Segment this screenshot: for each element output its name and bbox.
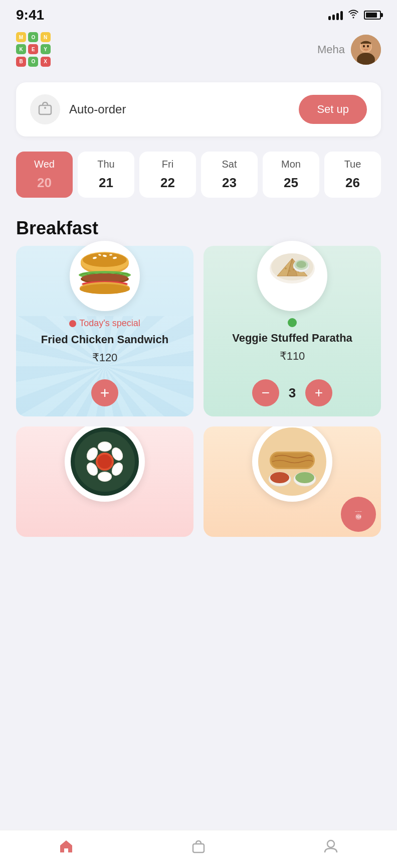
day-number-fri: 22 (144, 175, 191, 191)
header: M O N K E Y B O X Meha (0, 27, 397, 77)
veg-dot (288, 318, 297, 327)
decrease-paratha-button[interactable]: − (252, 379, 279, 406)
food-price-sandwich: ₹120 (92, 351, 118, 364)
quantity-control-paratha: − 3 + (252, 379, 332, 406)
nav-item-profile[interactable] (323, 838, 339, 858)
status-bar: 9:41 (0, 0, 397, 27)
logo-cell-e: E (28, 44, 38, 54)
shopping-bag-icon (37, 99, 54, 120)
day-card-wed[interactable]: Wed 20 (16, 152, 73, 198)
svg-point-56 (295, 472, 314, 483)
logo-cell-n: N (41, 32, 51, 42)
food-grid-bottom: ~~~ 🍽 (0, 426, 397, 537)
status-icons (328, 10, 381, 21)
svg-point-7 (44, 107, 46, 109)
auto-order-left: Auto-order (30, 94, 126, 124)
day-card-fri[interactable]: Fri 22 (139, 152, 196, 198)
logo-cell-o: O (28, 32, 38, 42)
profile-nav-icon (323, 838, 339, 858)
svg-point-31 (289, 270, 291, 272)
logo-cell-o2: O (28, 57, 38, 67)
svg-point-33 (298, 271, 299, 273)
svg-rect-61 (193, 844, 204, 852)
food-price-paratha: ₹110 (280, 350, 305, 363)
day-card-sat[interactable]: Sat 23 (201, 152, 258, 198)
logo-cell-b: B (16, 57, 26, 67)
auto-order-label: Auto-order (69, 102, 126, 116)
svg-text:~~~: ~~~ (355, 509, 362, 514)
day-name-mon: Mon (268, 159, 314, 170)
food-image-sandwich (70, 241, 140, 311)
section-title-breakfast: Breakfast (0, 208, 397, 246)
svg-point-49 (98, 455, 112, 469)
battery-icon (364, 11, 381, 20)
svg-point-43 (99, 473, 111, 481)
food-card-paratha: Veggie Stuffed Paratha ₹110 − 3 + (204, 246, 381, 416)
svg-point-54 (270, 472, 289, 483)
svg-rect-6 (39, 105, 51, 114)
day-name-fri: Fri (144, 159, 191, 170)
food-card-dosa: ~~~ 🍽 (204, 426, 381, 537)
special-badge: Today's special (69, 318, 140, 329)
svg-point-21 (80, 284, 130, 294)
svg-point-30 (285, 267, 287, 269)
auto-order-card: Auto-order Set up (16, 82, 381, 136)
bottom-nav (0, 830, 397, 868)
food-card-chicken-sandwich: Today's special Fried Chicken Sandwich ₹… (16, 246, 193, 416)
logo-cell-y: Y (41, 44, 51, 54)
special-dot-red (69, 320, 76, 327)
hot-badge[interactable]: ~~~ 🍽 (341, 497, 376, 532)
svg-point-4 (363, 45, 365, 48)
svg-point-62 (327, 840, 334, 847)
phone-frame: 9:41 M O (0, 0, 397, 868)
day-name-wed: Wed (21, 159, 68, 170)
day-card-tue[interactable]: Tue 26 (324, 152, 381, 198)
user-section[interactable]: Meha (317, 35, 381, 65)
day-number-mon: 25 (268, 175, 314, 191)
svg-point-29 (296, 261, 306, 268)
logo-cell-m: M (16, 32, 26, 42)
nav-item-orders[interactable] (190, 838, 207, 858)
logo-cell-x: X (41, 57, 51, 67)
quantity-paratha: 3 (287, 385, 297, 401)
bag-nav-icon (190, 838, 207, 858)
signal-icon (328, 10, 343, 20)
food-name-paratha: Veggie Stuffed Paratha (232, 331, 352, 346)
veg-dot-container (288, 318, 297, 327)
food-image-paratha (257, 241, 327, 311)
app-logo: M O N K E Y B O X (16, 32, 51, 67)
bag-icon-circle (30, 94, 60, 124)
add-sandwich-button[interactable]: + (91, 379, 118, 406)
day-name-sat: Sat (206, 159, 253, 170)
day-card-thu[interactable]: Thu 21 (78, 152, 134, 198)
logo-cell-k: K (16, 44, 26, 54)
day-selector: Wed 20 Thu 21 Fri 22 Sat 23 Mon 25 Tue 2… (0, 141, 397, 208)
increase-paratha-button[interactable]: + (305, 379, 332, 406)
svg-point-32 (293, 268, 295, 270)
day-name-tue: Tue (329, 159, 376, 170)
food-image-dosa (252, 426, 332, 502)
svg-text:🍽: 🍽 (356, 514, 361, 519)
food-grid: Today's special Fried Chicken Sandwich ₹… (0, 246, 397, 416)
svg-point-37 (99, 443, 111, 451)
setup-button[interactable]: Set up (299, 95, 367, 124)
day-card-mon[interactable]: Mon 25 (263, 152, 319, 198)
food-card-idli (16, 426, 193, 537)
home-icon (58, 838, 74, 858)
svg-point-5 (367, 45, 369, 48)
day-number-sat: 23 (206, 175, 253, 191)
nav-item-home[interactable] (58, 838, 74, 858)
day-number-thu: 21 (83, 175, 129, 191)
food-name-sandwich: Fried Chicken Sandwich (41, 333, 168, 347)
user-name: Meha (317, 43, 345, 56)
wifi-icon (348, 10, 359, 21)
day-number-tue: 26 (329, 175, 376, 191)
day-name-thu: Thu (83, 159, 129, 170)
food-image-idli (65, 426, 145, 502)
status-time: 9:41 (16, 7, 44, 23)
day-number-wed: 20 (21, 175, 68, 191)
special-text: Today's special (79, 318, 140, 329)
avatar[interactable] (351, 35, 381, 65)
